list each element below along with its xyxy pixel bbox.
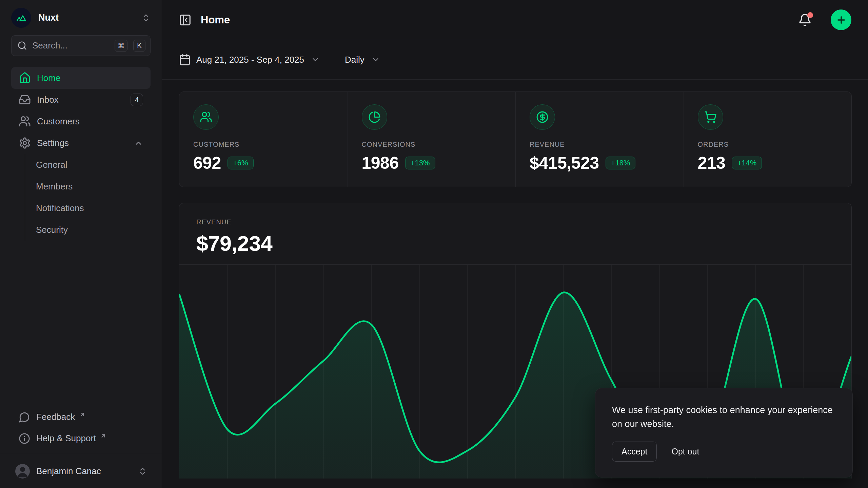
date-range-value: Aug 21, 2025 - Sep 4, 2025: [196, 55, 304, 65]
stat-label: REVENUE: [530, 141, 670, 148]
info-icon: [19, 433, 30, 444]
stat-delta-badge: +6%: [228, 157, 254, 169]
kbd-k: K: [133, 40, 145, 52]
stat-revenue[interactable]: REVENUE $415,523 +18%: [515, 92, 684, 187]
stat-label: CUSTOMERS: [193, 141, 334, 148]
stat-value: 1986: [362, 153, 399, 173]
home-icon: [19, 72, 31, 84]
revenue-chart-label: REVENUE: [196, 218, 834, 226]
calendar-icon: [179, 54, 191, 66]
stat-value: 213: [698, 153, 726, 173]
pie-chart-icon: [362, 104, 387, 130]
sidebar-item-label: Customers: [37, 116, 143, 127]
sidebar-item-inbox[interactable]: Inbox 4: [11, 89, 151, 110]
search-icon: [17, 41, 27, 50]
sidebar-item-general[interactable]: General: [36, 154, 151, 176]
user-name: Benjamin Canac: [36, 466, 132, 476]
feedback-label: Feedback: [36, 412, 75, 422]
notification-dot: [807, 12, 813, 18]
help-support-link[interactable]: Help & Support: [11, 428, 151, 449]
circle-dollar-icon: [530, 104, 555, 130]
users-icon: [19, 115, 31, 127]
help-support-label: Help & Support: [36, 433, 96, 444]
stat-value: 692: [193, 153, 221, 173]
sidebar: Nuxt Search... ⌘ K Home: [0, 0, 162, 488]
gear-icon: [19, 137, 31, 149]
inbox-count-badge: 4: [131, 94, 143, 106]
sidebar-item-home[interactable]: Home: [11, 67, 151, 89]
page-title: Home: [201, 14, 789, 26]
stat-conversions[interactable]: CONVERSIONS 1986 +13%: [348, 92, 516, 187]
toolbar: Aug 21, 2025 - Sep 4, 2025 Daily: [162, 40, 868, 80]
workspace-switcher[interactable]: Nuxt: [11, 0, 151, 35]
topbar: Home: [162, 0, 868, 40]
date-range-picker[interactable]: Aug 21, 2025 - Sep 4, 2025: [179, 54, 320, 66]
revenue-chart-value: $79,234: [196, 231, 834, 256]
chevron-down-icon: [371, 55, 380, 64]
user-menu[interactable]: Benjamin Canac: [11, 454, 151, 488]
sidebar-item-security[interactable]: Security: [36, 219, 151, 241]
sidebar-footer: Feedback Help & Support: [11, 406, 151, 452]
sidebar-item-members[interactable]: Members: [36, 176, 151, 197]
sidebar-item-customers[interactable]: Customers: [11, 110, 151, 132]
cookie-message: We use first-party cookies to enhance yo…: [612, 403, 836, 431]
external-link-icon: [79, 411, 85, 418]
stat-label: CONVERSIONS: [362, 141, 502, 148]
search-placeholder: Search...: [32, 40, 109, 51]
avatar: [15, 464, 30, 479]
chevrons-up-down-icon: [141, 13, 151, 22]
nuxt-logo: [11, 8, 31, 28]
stat-customers[interactable]: CUSTOMERS 692 +6%: [179, 92, 348, 187]
inbox-icon: [19, 94, 31, 106]
sidebar-item-notifications[interactable]: Notifications: [36, 197, 151, 219]
collapse-sidebar-icon[interactable]: [179, 14, 192, 26]
feedback-link[interactable]: Feedback: [11, 406, 151, 428]
cart-icon: [698, 104, 723, 130]
chat-bubble-icon: [19, 411, 30, 423]
chevron-down-icon: [311, 55, 320, 64]
sidebar-item-settings[interactable]: Settings: [11, 132, 151, 154]
add-button[interactable]: [831, 9, 851, 30]
sidebar-item-label: Settings: [37, 138, 128, 148]
settings-subnav: General Members Notifications Security: [25, 154, 151, 241]
search-input[interactable]: Search... ⌘ K: [11, 35, 151, 56]
external-link-icon: [100, 433, 106, 439]
sidebar-item-label: Inbox: [37, 95, 124, 105]
granularity-select[interactable]: Daily: [345, 55, 380, 65]
chevrons-up-down-icon: [138, 467, 147, 476]
stat-value: $415,523: [530, 153, 599, 173]
chevron-up-icon: [134, 139, 143, 148]
stat-label: ORDERS: [698, 141, 838, 148]
opt-out-button[interactable]: Opt out: [671, 447, 699, 456]
sidebar-item-label: Home: [37, 73, 143, 83]
notifications-bell-button[interactable]: [798, 13, 812, 27]
cookie-banner: We use first-party cookies to enhance yo…: [595, 388, 853, 477]
stat-delta-badge: +14%: [732, 157, 762, 169]
stats-card: CUSTOMERS 692 +6% CONVERSIONS 1986 +13%: [179, 92, 852, 187]
users-icon: [193, 104, 219, 130]
kbd-cmd: ⌘: [115, 40, 127, 52]
sidebar-nav: Home Inbox 4 Customers: [11, 67, 151, 241]
accept-cookies-button[interactable]: Accept: [612, 442, 657, 462]
stat-delta-badge: +13%: [405, 157, 435, 169]
stat-delta-badge: +18%: [606, 157, 636, 169]
stat-orders[interactable]: ORDERS 213 +14%: [684, 92, 852, 187]
workspace-name: Nuxt: [38, 13, 134, 23]
granularity-value: Daily: [345, 55, 364, 65]
